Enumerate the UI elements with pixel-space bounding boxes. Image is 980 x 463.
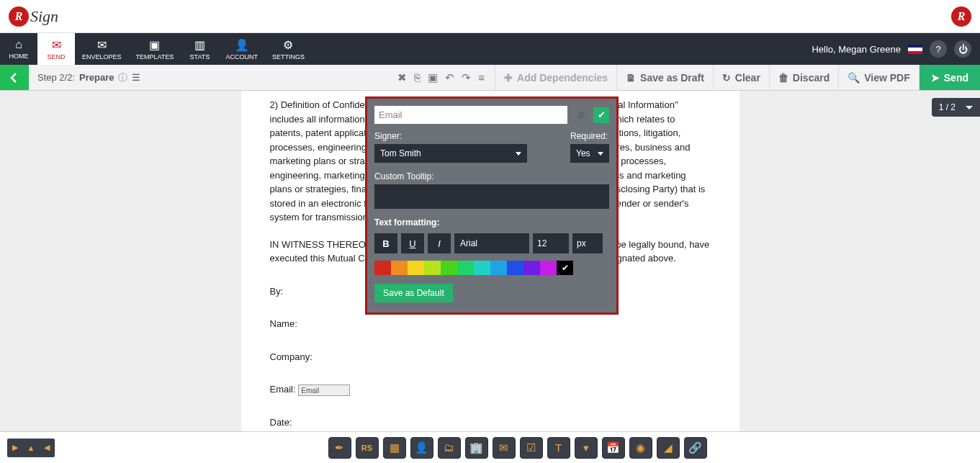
info-icon[interactable]: ⓘ [118, 71, 127, 84]
dropdown-tool[interactable]: ▾ [575, 437, 598, 459]
refresh-icon: ↻ [722, 72, 731, 84]
formatting-label: Text formatting: [374, 217, 439, 228]
field-name-input[interactable]: Email [374, 106, 567, 124]
next-page-button[interactable]: ▶ [7, 439, 23, 457]
stamp-tool[interactable]: 📅 [602, 437, 625, 459]
required-select[interactable]: Yes [570, 144, 609, 163]
stats-icon: ▥ [194, 38, 205, 52]
nav-stats[interactable]: ▥STATS [181, 33, 218, 65]
cancel-button[interactable]: ⊘ [573, 107, 589, 123]
prev-page-button[interactable]: ◀ [39, 439, 55, 457]
logo-bar: R Sign R [0, 0, 980, 33]
color-swatch[interactable] [457, 261, 474, 275]
color-swatch[interactable] [540, 261, 557, 275]
unit-select[interactable]: px [572, 233, 603, 253]
nav-account[interactable]: 👤ACCOUNT [218, 33, 265, 65]
brand-text: Sign [30, 7, 58, 26]
envelope-icon: ✉ [52, 38, 61, 52]
link-tool[interactable]: 🔗 [684, 437, 707, 459]
email-label: Email: [270, 384, 296, 395]
page-icon: 🗎 [626, 72, 636, 84]
nav-envelopes[interactable]: ✉ENVELOPES [75, 33, 129, 65]
bold-button[interactable]: B [374, 233, 397, 253]
list-icon[interactable]: ☰ [132, 72, 140, 83]
confirm-button[interactable]: ✔ [593, 107, 609, 123]
trash-icon: 🗑 [778, 72, 788, 84]
help-button[interactable]: ? [930, 40, 947, 58]
color-swatch[interactable] [507, 261, 523, 275]
envelopes-icon: ✉ [97, 38, 107, 52]
text-tool[interactable]: T [547, 437, 570, 459]
color-swatch[interactable] [490, 261, 507, 275]
nav-templates[interactable]: ▣TEMPLATES [129, 33, 181, 65]
font-select[interactable]: Arial [454, 233, 529, 253]
chevron-down-icon [516, 152, 521, 156]
page-indicator[interactable]: 1 / 2 [932, 98, 980, 117]
search-icon: 🔍 [848, 72, 860, 84]
date-tool[interactable]: ▦ [383, 437, 406, 459]
color-swatches: ✔ [374, 261, 609, 275]
redo-icon[interactable]: ↷ [462, 71, 471, 84]
required-label: Required: [570, 131, 609, 141]
company-tool[interactable]: 🏢 [465, 437, 488, 459]
undo-icon[interactable]: ↶ [445, 71, 454, 84]
name-tool[interactable]: 👤 [410, 437, 433, 459]
tooltip-label: Custom Tooltip: [374, 171, 433, 181]
save-draft-button[interactable]: 🗎Save as Draft [617, 65, 714, 90]
initials-tool[interactable]: RS [356, 437, 379, 459]
nav-send[interactable]: ✉SEND [37, 33, 75, 65]
account-icon: 👤 [235, 38, 249, 52]
label-tool[interactable]: ◢ [657, 437, 680, 459]
back-button[interactable] [0, 65, 29, 90]
color-swatch[interactable] [374, 261, 391, 275]
checkbox-tool[interactable]: ☑ [520, 437, 543, 459]
up-button[interactable]: ▲ [23, 439, 39, 457]
send-button[interactable]: ➤Send [920, 65, 980, 90]
italic-button[interactable]: I [428, 233, 451, 253]
title-tool[interactable]: 🗂 [438, 437, 461, 459]
nav-settings[interactable]: ⚙SETTINGS [265, 33, 312, 65]
doc-tool-icons: ✖ ⎘ ▣ ↶ ↷ ≡ [387, 65, 495, 90]
discard-button[interactable]: 🗑Discard [770, 65, 839, 90]
color-swatch[interactable] [391, 261, 408, 275]
view-pdf-button[interactable]: 🔍View PDF [839, 65, 920, 90]
radio-tool[interactable]: ◉ [629, 437, 652, 459]
field-toolbar: ✒ RS ▦ 👤 🗂 🏢 ✉ ☑ T ▾ 📅 ◉ ◢ 🔗 [328, 437, 707, 459]
field-properties-popup: Email ⊘ ✔ Signer: Tom Smith Required: Ye… [365, 96, 619, 315]
color-swatch[interactable]: ✔ [557, 261, 573, 275]
chevron-down-icon [598, 152, 603, 156]
color-swatch[interactable] [441, 261, 457, 275]
color-swatch[interactable] [474, 261, 490, 275]
flag-icon[interactable] [908, 45, 922, 54]
power-button[interactable]: ⏻ [954, 40, 971, 58]
signer-select[interactable]: Tom Smith [374, 144, 527, 163]
save-default-button[interactable]: Save as Default [374, 284, 453, 302]
underline-button[interactable]: U [401, 233, 424, 253]
email-field[interactable]: Email [298, 385, 350, 396]
company-label: Company: [270, 350, 711, 364]
brand-icon: R [9, 6, 29, 27]
sub-toolbar: Step 2/2: Prepare ⓘ ☰ ✖ ⎘ ▣ ↶ ↷ ≡ ✚Add D… [0, 65, 980, 91]
email-tool[interactable]: ✉ [493, 437, 516, 459]
tooltip-input[interactable] [374, 184, 609, 209]
color-swatch[interactable] [408, 261, 424, 275]
copy-icon[interactable]: ⎘ [414, 71, 421, 84]
signer-label: Signer: [374, 131, 527, 141]
home-icon: ⌂ [15, 38, 22, 51]
clear-button[interactable]: ↻Clear [714, 65, 770, 90]
brand-icon-right[interactable]: R [951, 6, 971, 27]
color-swatch[interactable] [523, 261, 540, 275]
align-icon[interactable]: ≡ [478, 71, 485, 84]
date-label: Date: [270, 415, 711, 430]
email-line: Email: Email [270, 382, 711, 397]
add-dependencies-button[interactable]: ✚Add Dependencies [495, 65, 617, 90]
signature-tool[interactable]: ✒ [328, 437, 351, 459]
brand-logo: R Sign [9, 6, 58, 27]
close-icon[interactable]: ✖ [397, 71, 407, 84]
nav-home[interactable]: ⌂HOME [0, 33, 37, 65]
size-select[interactable]: 12 [533, 233, 569, 253]
send-icon: ➤ [931, 72, 940, 84]
paste-icon[interactable]: ▣ [428, 71, 438, 84]
color-swatch[interactable] [424, 261, 441, 275]
gear-icon: ⚙ [283, 38, 293, 52]
